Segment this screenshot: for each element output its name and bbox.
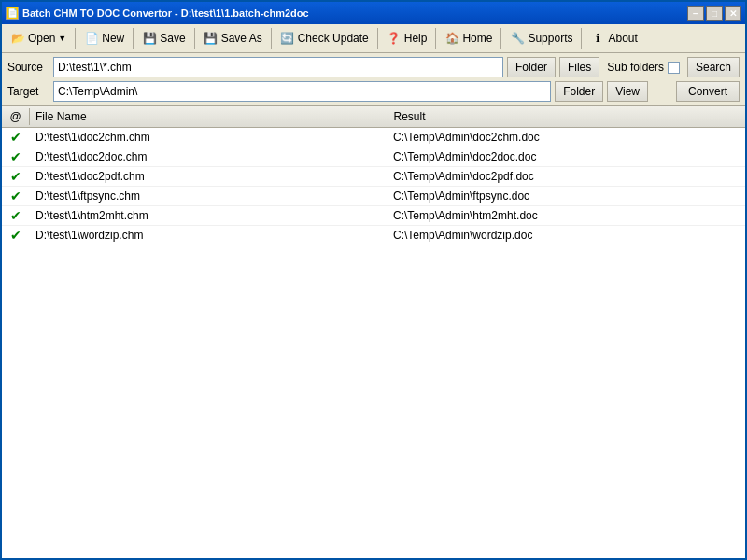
menu-help[interactable]: ❓ Help [380, 27, 434, 49]
menu-supports[interactable]: 🔧 Supports [503, 27, 579, 49]
table-row: ✔ D:\test\1\doc2chm.chm C:\Temp\Admin\do… [2, 128, 745, 147]
table-row: ✔ D:\test\1\htm2mht.chm C:\Temp\Admin\ht… [2, 206, 745, 226]
menu-supports-label: Supports [528, 32, 572, 45]
cell-status: ✔ [2, 187, 30, 205]
sep3 [194, 28, 195, 49]
sep4 [271, 28, 272, 49]
open-icon: 📂 [10, 31, 25, 46]
menu-home[interactable]: 🏠 Home [438, 27, 499, 49]
menu-check-update[interactable]: 🔄 Check Update [274, 27, 375, 49]
cell-result: C:\Temp\Admin\wordzip.doc [388, 227, 745, 244]
menu-open-label: Open [28, 32, 55, 45]
table-row: ✔ D:\test\1\ftpsync.chm C:\Temp\Admin\ft… [2, 187, 745, 206]
cell-status: ✔ [2, 147, 30, 166]
col-header-result: Result [388, 108, 746, 125]
cell-status: ✔ [2, 128, 30, 147]
file-table: @ File Name Result ✔ D:\test\1\doc2chm.c… [2, 106, 745, 558]
target-view-button[interactable]: View [607, 81, 648, 102]
title-bar: 📄 Batch CHM TO DOC Convertor - D:\test\1… [2, 2, 745, 24]
save-as-icon: 💾 [204, 31, 218, 46]
target-label: Target [7, 85, 49, 98]
menu-check-update-label: Check Update [298, 32, 369, 45]
toolbar: Source Folder Files Sub folders Search T… [2, 53, 745, 106]
sep7 [500, 28, 501, 49]
menu-open[interactable]: 📂 Open ▼ [4, 27, 73, 49]
table-row: ✔ D:\test\1\doc2doc.chm C:\Temp\Admin\do… [2, 147, 745, 167]
menu-help-label: Help [404, 32, 428, 45]
convert-button[interactable]: Convert [676, 81, 740, 102]
table-header: @ File Name Result [2, 106, 745, 128]
menu-new-label: New [102, 32, 124, 45]
source-files-button[interactable]: Files [559, 57, 599, 77]
target-row: Target Folder View Convert [7, 81, 740, 102]
menu-about-label: About [608, 32, 637, 45]
table-row: ✔ D:\test\1\doc2pdf.chm C:\Temp\Admin\do… [2, 167, 745, 187]
maximize-button[interactable]: □ [706, 6, 723, 21]
supports-icon: 🔧 [510, 31, 525, 46]
sep1 [75, 28, 76, 49]
cell-result: C:\Temp\Admin\ftpsync.doc [388, 188, 745, 204]
target-folder-button[interactable]: Folder [555, 81, 603, 102]
col-header-at: @ [2, 108, 30, 125]
sep5 [377, 28, 378, 49]
source-folder-button[interactable]: Folder [507, 57, 556, 77]
sep8 [581, 28, 582, 49]
cell-filename: D:\test\1\htm2mht.chm [30, 207, 388, 224]
main-window: 📄 Batch CHM TO DOC Convertor - D:\test\1… [0, 0, 747, 560]
app-icon: 📄 [6, 7, 19, 20]
menu-home-label: Home [462, 32, 492, 45]
sep6 [435, 28, 436, 49]
sep2 [133, 28, 134, 49]
table-row: ✔ D:\test\1\wordzip.chm C:\Temp\Admin\wo… [2, 226, 745, 245]
cell-status: ✔ [2, 226, 30, 245]
cell-result: C:\Temp\Admin\htm2mht.doc [388, 207, 745, 224]
cell-result: C:\Temp\Admin\doc2chm.doc [388, 129, 745, 146]
menu-save-as-label: Save As [221, 32, 262, 45]
cell-status: ✔ [2, 206, 30, 225]
close-button[interactable]: ✕ [725, 6, 741, 21]
col-header-filename: File Name [30, 108, 388, 125]
title-bar-buttons: − □ ✕ [687, 6, 741, 21]
subfolder-checkbox[interactable] [668, 62, 680, 74]
menu-about[interactable]: ℹ About [584, 27, 643, 49]
source-input[interactable] [53, 57, 503, 77]
cell-filename: D:\test\1\doc2doc.chm [30, 148, 388, 165]
menu-bar: 📂 Open ▼ 📄 New 💾 Save 💾 Save As 🔄 Check … [2, 24, 745, 53]
cell-filename: D:\test\1\doc2chm.chm [30, 129, 388, 146]
menu-save-as[interactable]: 💾 Save As [197, 27, 269, 49]
check-update-icon: 🔄 [280, 31, 295, 46]
target-input[interactable] [53, 81, 551, 102]
open-arrow: ▼ [58, 34, 66, 43]
home-icon: 🏠 [444, 31, 459, 46]
menu-new[interactable]: 📄 New [78, 27, 131, 49]
title-bar-left: 📄 Batch CHM TO DOC Convertor - D:\test\1… [6, 7, 309, 20]
save-icon: 💾 [142, 31, 157, 46]
source-row: Source Folder Files Sub folders Search [7, 57, 740, 77]
cell-filename: D:\test\1\wordzip.chm [30, 227, 388, 244]
source-label: Source [7, 61, 49, 74]
cell-filename: D:\test\1\ftpsync.chm [30, 188, 388, 204]
cell-result: C:\Temp\Admin\doc2doc.doc [388, 148, 745, 165]
menu-save-label: Save [160, 32, 185, 45]
minimize-button[interactable]: − [687, 6, 704, 21]
table-body: ✔ D:\test\1\doc2chm.chm C:\Temp\Admin\do… [2, 128, 745, 558]
subfolder-label: Sub folders [607, 61, 664, 74]
cell-result: C:\Temp\Admin\doc2pdf.doc [388, 168, 745, 185]
cell-status: ✔ [2, 167, 30, 186]
menu-save[interactable]: 💾 Save [135, 27, 191, 49]
cell-filename: D:\test\1\doc2pdf.chm [30, 168, 388, 185]
search-button[interactable]: Search [687, 57, 740, 77]
window-title: Batch CHM TO DOC Convertor - D:\test\1\1… [22, 7, 309, 19]
about-icon: ℹ [590, 31, 605, 46]
help-icon: ❓ [387, 31, 402, 46]
new-icon: 📄 [84, 31, 99, 46]
